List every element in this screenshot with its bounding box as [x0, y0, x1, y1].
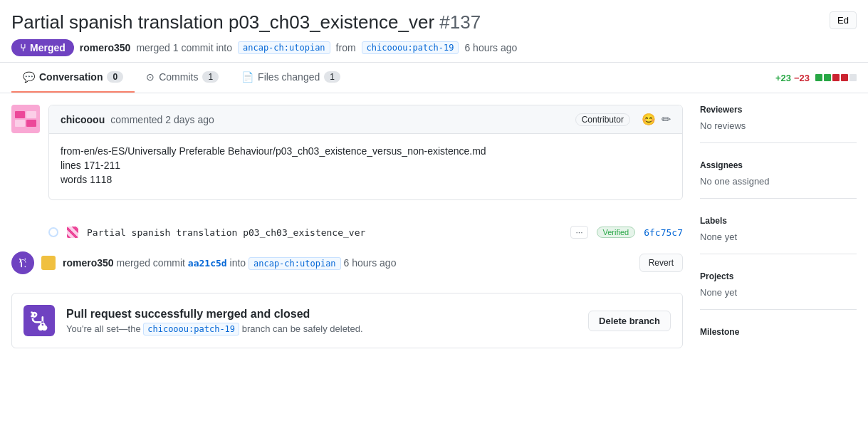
- merged-success-description: You're all set—the chicooou:patch-19 bra…: [66, 323, 363, 334]
- sidebar-labels: Labels None yet: [700, 216, 857, 254]
- chat-icon: 💬: [23, 71, 35, 83]
- diff-stats: +23 −23: [775, 73, 857, 83]
- user-avatar-small: [41, 256, 56, 270]
- diff-deletions: −23: [794, 73, 810, 83]
- merged-success-title: Pull request successfully merged and clo…: [66, 308, 363, 321]
- revert-button[interactable]: Revert: [639, 254, 683, 272]
- reviewers-value: No reviews: [700, 120, 857, 131]
- files-count: 1: [324, 71, 340, 83]
- merged-success-text: Pull request successfully merged and clo…: [66, 308, 363, 334]
- tab-conversation[interactable]: 💬 Conversation 0: [11, 63, 135, 93]
- comment-author[interactable]: chicooou: [61, 114, 105, 125]
- deleted-branch-tag: chicooou:patch-19: [143, 323, 239, 336]
- assignees-value: No one assigned: [700, 176, 857, 187]
- pr-title: Partial spanish translation p03_ch03_exi…: [11, 11, 481, 33]
- commit-icon: ⊙: [146, 71, 155, 83]
- pr-time: 6 hours ago: [464, 42, 517, 53]
- diff-block-3: [832, 74, 840, 81]
- pr-action: merged 1 commit into: [136, 42, 232, 53]
- commit-more-button[interactable]: ···: [570, 226, 587, 239]
- labels-value: None yet: [700, 232, 857, 242]
- pr-from: from: [336, 42, 356, 53]
- contributor-badge: Contributor: [575, 113, 630, 126]
- commit-row: Partial spanish translation p03_ch03_exi…: [11, 223, 683, 241]
- comment-time: commented 2 days ago: [110, 114, 214, 125]
- comment-line-1: from-en/es-ES/Universally Preferable Beh…: [61, 145, 671, 157]
- conversation-count: 0: [107, 71, 123, 83]
- merged-icon-box: [23, 305, 55, 336]
- comment-line-3: words 1118: [61, 174, 671, 185]
- diff-block-4: [841, 74, 848, 81]
- diff-additions: +23: [775, 73, 791, 83]
- diff-blocks: [815, 74, 857, 81]
- assignees-title: Assignees: [700, 160, 857, 170]
- commits-count: 1: [202, 71, 219, 83]
- diff-block-2: [824, 74, 831, 81]
- merge-text: romero350 merged commit aa21c5d into anc…: [63, 257, 632, 269]
- comment-actions: 😊 ✏: [642, 113, 671, 126]
- sidebar-projects: Projects None yet: [700, 271, 857, 310]
- emoji-reaction-button[interactable]: 😊: [642, 113, 656, 126]
- tabs-bar: 💬 Conversation 0 ⊙ Commits 1 📄 Files cha…: [0, 63, 868, 93]
- comment-line-2: lines 171-211: [61, 160, 671, 171]
- merged-badge: ⑂ Merged: [11, 39, 74, 56]
- file-icon: 📄: [241, 71, 253, 83]
- conversation-area: chicooou commented 2 days ago Contributo…: [11, 105, 683, 371]
- merge-icon: [11, 251, 34, 274]
- reviewers-title: Reviewers: [700, 105, 857, 115]
- sidebar-assignees: Assignees No one assigned: [700, 160, 857, 199]
- edit-button[interactable]: Ed: [830, 11, 857, 29]
- delete-branch-button[interactable]: Delete branch: [588, 311, 671, 331]
- comment-header: chicooou commented 2 days ago Contributo…: [49, 105, 682, 134]
- source-branch[interactable]: chicooou:patch-19: [362, 41, 459, 54]
- projects-title: Projects: [700, 271, 857, 281]
- edit-comment-button[interactable]: ✏: [662, 113, 671, 126]
- projects-value: None yet: [700, 287, 857, 298]
- target-branch[interactable]: ancap-ch:utopian: [238, 41, 330, 54]
- merge-target-branch[interactable]: ancap-ch:utopian: [249, 257, 341, 270]
- pr-author[interactable]: romero350: [80, 42, 131, 53]
- sidebar-reviewers: Reviewers No reviews: [700, 105, 857, 143]
- commit-sha[interactable]: 6fc75c7: [644, 227, 683, 238]
- milestone-title: Milestone: [700, 327, 857, 337]
- diff-block-5: [849, 74, 857, 81]
- commit-color-icon: [67, 227, 78, 238]
- tab-commits[interactable]: ⊙ Commits 1: [135, 63, 230, 93]
- labels-title: Labels: [700, 216, 857, 226]
- merge-event: romero350 merged commit aa21c5d into anc…: [11, 244, 683, 281]
- avatar: [11, 105, 40, 133]
- verified-badge: Verified: [597, 227, 636, 238]
- diff-block-1: [815, 74, 822, 81]
- tab-files-changed[interactable]: 📄 Files changed 1: [230, 63, 352, 93]
- sidebar-milestone: Milestone: [700, 327, 857, 354]
- merged-success-block: Pull request successfully merged and clo…: [11, 293, 683, 348]
- commit-message: Partial spanish translation p03_ch03_exi…: [87, 227, 562, 238]
- sidebar: Reviewers No reviews Assignees No one as…: [700, 105, 857, 371]
- comment-body: from-en/es-ES/Universally Preferable Beh…: [49, 134, 682, 199]
- merge-icon: ⑂: [20, 42, 26, 53]
- commit-dot-icon: [48, 227, 58, 237]
